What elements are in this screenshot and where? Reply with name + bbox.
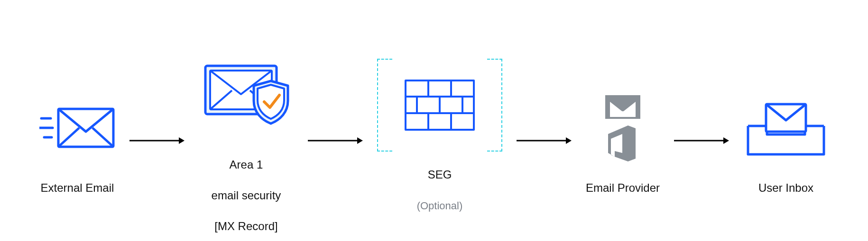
flow-row: External Email bbox=[39, 47, 829, 234]
email-provider-icons bbox=[597, 86, 649, 171]
node-external-email: External Email bbox=[39, 86, 115, 196]
arrow-icon bbox=[307, 98, 364, 183]
svg-marker-25 bbox=[566, 137, 572, 144]
dashed-bracket bbox=[377, 68, 502, 142]
node-area1: Area 1 email security [MX Record] bbox=[199, 47, 294, 234]
arrow-icon bbox=[516, 98, 573, 183]
svg-marker-7 bbox=[179, 137, 185, 144]
arrow-icon bbox=[129, 98, 185, 183]
label-area1-l1: Area 1 bbox=[230, 158, 263, 171]
label-seg-title: SEG bbox=[428, 168, 452, 181]
incoming-email-icon bbox=[39, 86, 115, 171]
label-email-provider: Email Provider bbox=[586, 180, 660, 196]
svg-rect-29 bbox=[636, 95, 640, 119]
inbox-icon bbox=[743, 86, 829, 171]
shielded-email-icon bbox=[199, 47, 294, 133]
office-icon bbox=[608, 125, 636, 161]
gmail-icon bbox=[605, 95, 640, 119]
arrow-icon bbox=[673, 98, 730, 183]
firewall-icon bbox=[402, 77, 478, 134]
label-external-email: External Email bbox=[41, 180, 114, 196]
node-email-provider: Email Provider bbox=[586, 86, 660, 196]
label-user-inbox: User Inbox bbox=[758, 180, 813, 196]
label-seg: SEG (Optional) bbox=[417, 152, 463, 213]
svg-marker-31 bbox=[723, 137, 729, 144]
node-user-inbox: User Inbox bbox=[743, 86, 829, 196]
label-area1-l3: [MX Record] bbox=[214, 220, 277, 232]
email-flow-diagram: External Email bbox=[0, 0, 868, 241]
label-seg-optional: (Optional) bbox=[417, 200, 463, 212]
node-seg: SEG (Optional) bbox=[377, 68, 502, 213]
label-area1-l2: email security bbox=[212, 189, 281, 202]
label-area1: Area 1 email security [MX Record] bbox=[212, 142, 281, 234]
svg-marker-13 bbox=[357, 137, 363, 144]
svg-rect-28 bbox=[605, 95, 610, 119]
